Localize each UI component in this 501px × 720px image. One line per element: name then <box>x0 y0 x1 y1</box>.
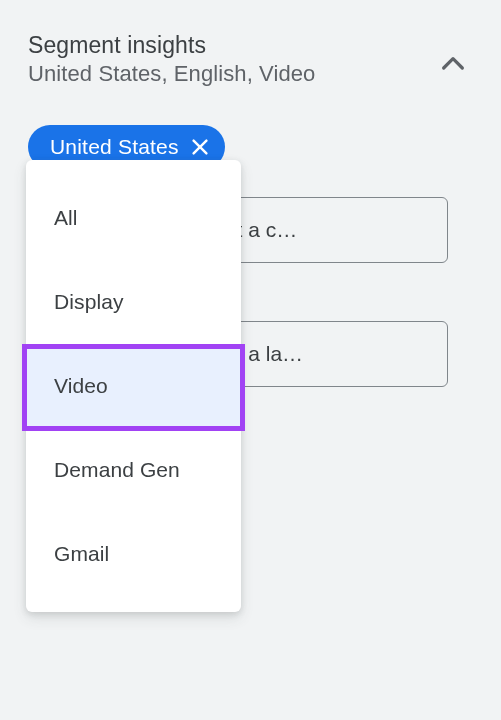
dropdown-item-gmail[interactable]: Gmail <box>26 512 241 596</box>
dropdown-item-video[interactable]: Video <box>26 344 241 428</box>
dropdown-item-display[interactable]: Display <box>26 260 241 344</box>
close-icon[interactable] <box>189 136 211 158</box>
campaign-type-dropdown: AllDisplayVideoDemand GenGmail <box>26 160 241 612</box>
panel-subtitle: United States, English, Video <box>28 61 437 87</box>
panel-title: Segment insights <box>28 32 437 59</box>
collapse-toggle[interactable] <box>437 48 469 84</box>
header-text-block: Segment insights United States, English,… <box>28 32 437 87</box>
panel-header: Segment insights United States, English,… <box>28 32 473 87</box>
dropdown-item-all[interactable]: All <box>26 176 241 260</box>
dropdown-item-demand-gen[interactable]: Demand Gen <box>26 428 241 512</box>
chevron-up-icon <box>437 66 469 83</box>
chip-label: United States <box>50 135 179 159</box>
